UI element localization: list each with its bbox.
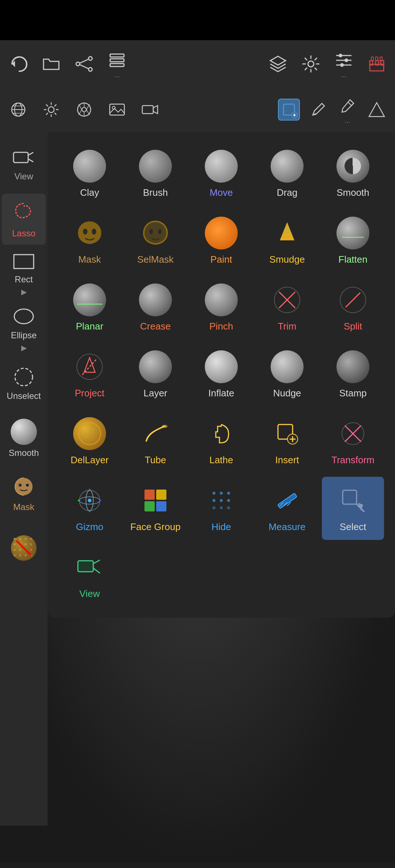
project-label: Project xyxy=(75,388,105,399)
brush-project[interactable]: Project xyxy=(59,343,121,406)
triangle-toolbar-icon[interactable] xyxy=(366,99,388,121)
brush-layer[interactable]: Layer xyxy=(124,343,187,406)
brush-brush[interactable]: Brush xyxy=(124,142,187,206)
brush-crease[interactable]: Crease xyxy=(124,276,187,339)
brush-tube[interactable]: Tube xyxy=(124,410,187,473)
brush-mask[interactable]: Mask xyxy=(59,209,121,273)
sliders-icon[interactable] xyxy=(333,49,355,71)
sidebar-item-deleted[interactable] xyxy=(2,522,46,574)
brush-pinch[interactable]: Pinch xyxy=(190,276,252,339)
pinch-label: Pinch xyxy=(209,321,233,332)
box-toolbar-icon[interactable] xyxy=(278,99,300,121)
sidebar-smooth-label: Smooth xyxy=(9,448,39,458)
sidebar-item-ellipse[interactable]: Ellipse ▶ xyxy=(2,303,46,354)
svg-point-13 xyxy=(339,54,342,57)
svg-point-14 xyxy=(345,58,348,62)
svg-rect-45 xyxy=(110,104,124,115)
brush-facegroup[interactable]: Face Group xyxy=(124,477,187,540)
svg-point-118 xyxy=(227,506,230,509)
brush-select[interactable]: Select xyxy=(322,477,384,540)
select-icon xyxy=(336,484,369,517)
brush-lathe[interactable]: Lathe xyxy=(190,410,252,473)
svg-point-110 xyxy=(212,492,215,495)
svg-rect-106 xyxy=(144,490,155,500)
brush-view2[interactable]: View xyxy=(59,544,121,607)
svg-point-90 xyxy=(162,425,168,428)
svg-line-35 xyxy=(54,104,56,106)
brush-drag[interactable]: Drag xyxy=(256,142,318,206)
brush-planar[interactable]: Planar xyxy=(59,276,121,339)
brush-inflate[interactable]: Inflate xyxy=(190,343,252,406)
svg-point-111 xyxy=(220,492,223,495)
lathe-icon xyxy=(205,417,238,450)
svg-point-79 xyxy=(92,229,96,235)
svg-rect-8 xyxy=(110,64,124,66)
svg-line-51 xyxy=(348,102,351,106)
sidebar-item-lasso[interactable]: Lasso xyxy=(2,194,46,245)
layer-label: Layer xyxy=(143,388,167,399)
video-toolbar-icon[interactable] xyxy=(139,99,161,121)
sidebar-item-mask[interactable]: Mask xyxy=(2,468,46,519)
sidebar-view-label: View xyxy=(14,171,33,182)
aperture-toolbar-icon[interactable] xyxy=(73,99,95,121)
gizmo-label: Gizmo xyxy=(76,521,103,533)
brush-measure[interactable]: Measure xyxy=(256,477,318,540)
svg-point-114 xyxy=(220,499,223,502)
svg-point-115 xyxy=(227,499,230,502)
brush-clay[interactable]: Clay xyxy=(59,142,121,206)
smudge-icon xyxy=(271,217,304,250)
crease-label: Crease xyxy=(140,321,171,332)
brush-hide[interactable]: Hide xyxy=(190,477,252,540)
hide-label: Hide xyxy=(211,521,231,533)
pen-toolbar-icon[interactable] xyxy=(307,99,329,121)
share-icon[interactable] xyxy=(73,53,95,75)
mask-brush-icon xyxy=(73,217,106,250)
selmask-label: SelMask xyxy=(137,254,174,265)
brush-stamp[interactable]: Stamp xyxy=(322,343,384,406)
brush-nudge[interactable]: Nudge xyxy=(256,343,318,406)
brush-smudge[interactable]: Smudge xyxy=(256,209,318,273)
select-label: Select xyxy=(340,521,366,533)
flatten-icon xyxy=(336,217,369,250)
undo-header-icon[interactable] xyxy=(7,53,29,75)
brush-smooth[interactable]: Smooth xyxy=(322,142,384,206)
sidebar-item-view[interactable]: View xyxy=(2,139,46,190)
brush-flatten[interactable]: Flatten xyxy=(322,209,384,273)
brush-label: Brush xyxy=(143,187,168,198)
brush-insert[interactable]: Insert xyxy=(256,410,318,473)
brush-move[interactable]: Move xyxy=(190,142,252,206)
inflate-icon xyxy=(205,350,238,383)
left-sidebar: View Lasso Rect ▶ Ellipse ▶ xyxy=(0,132,48,826)
folder-icon[interactable] xyxy=(40,53,62,75)
brush-trim[interactable]: Trim xyxy=(256,276,318,339)
castle-icon[interactable] xyxy=(366,53,388,75)
layers-icon[interactable] xyxy=(106,49,128,71)
grid-toolbar-icon[interactable] xyxy=(7,99,29,121)
smooth-sidebar-icon xyxy=(11,419,37,445)
sun-toolbar-icon[interactable] xyxy=(40,99,62,121)
brush-transform[interactable]: Transform xyxy=(322,410,384,473)
image-toolbar-icon[interactable] xyxy=(106,99,128,121)
svg-rect-123 xyxy=(343,490,357,504)
lathe-label: Lathe xyxy=(209,454,233,466)
deleted-sidebar-icon xyxy=(11,535,37,561)
sidebar-item-smooth[interactable]: Smooth xyxy=(2,413,46,464)
pinch-icon xyxy=(205,283,238,316)
sidebar-item-unselect[interactable]: Unselect xyxy=(2,358,46,409)
svg-point-60 xyxy=(26,484,29,487)
drag-label: Drag xyxy=(277,187,297,198)
brush-selmask[interactable]: SelMask xyxy=(124,209,187,273)
svg-point-3 xyxy=(89,68,92,71)
brush-split[interactable]: Split xyxy=(322,276,384,339)
measure-label: Measure xyxy=(268,521,305,533)
brush-paint[interactable]: Paint xyxy=(190,209,252,273)
sidebar-item-rect[interactable]: Rect ▶ xyxy=(2,248,46,300)
brush-gizmo[interactable]: Gizmo xyxy=(59,477,121,540)
brush-dellayer[interactable]: DelLayer xyxy=(59,410,121,473)
stack-icon[interactable] xyxy=(267,53,289,75)
svg-rect-124 xyxy=(78,561,93,572)
eyedrop-toolbar-icon[interactable] xyxy=(336,95,358,117)
view2-icon xyxy=(73,551,106,584)
settings-icon[interactable] xyxy=(300,53,322,75)
svg-point-80 xyxy=(149,229,153,234)
